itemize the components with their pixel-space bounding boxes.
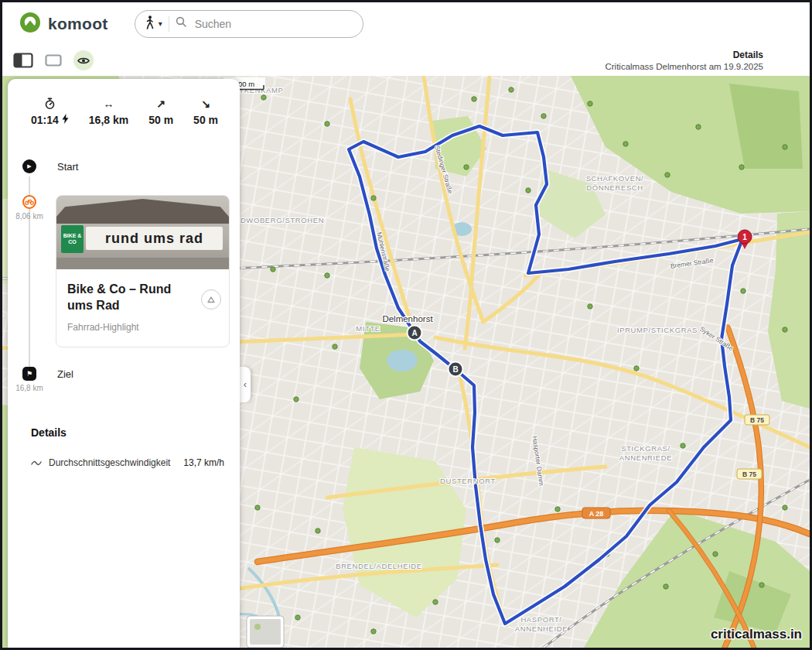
place-label: DÖNNERESCH — [586, 183, 643, 192]
ascent-value: 50 m — [148, 114, 173, 126]
ascent-arrow-icon: ↗ — [156, 98, 165, 110]
app-window: komoot ▾ — [0, 0, 812, 650]
top-bar: komoot ▾ — [2, 2, 810, 45]
stat-distance: ↔ 16,8 km — [89, 98, 128, 126]
place-label: BRENDEL/ADELHEIDE — [336, 562, 422, 570]
stat-descent: ↘ 50 m — [193, 98, 218, 126]
map-area: A 28 B 75 B 75 Bremer Straße Syker Straß… — [2, 76, 810, 648]
finish-flag-icon: ⚑ — [22, 367, 36, 381]
stopwatch-icon — [44, 98, 56, 110]
place-label: DÜSTERNORT — [440, 477, 496, 485]
map-style-control[interactable] — [247, 616, 284, 648]
search-bar[interactable]: ▾ — [135, 10, 363, 38]
place-label: IPRUMP/STICKGRAS — [617, 326, 698, 334]
walking-person-icon — [145, 15, 155, 32]
svg-text:1: 1 — [742, 233, 747, 241]
eye-icon — [73, 50, 94, 70]
start-label: Start — [57, 161, 78, 173]
tour-details-title: Details — [733, 50, 763, 60]
highlight-card[interactable]: BIKE & CO rund ums rad Bike & Co – Rund … — [56, 195, 230, 347]
tour-panel: 01:14 ↔ 16,8 km ↗ 50 m ↘ 50 m — [8, 79, 240, 648]
photo-shop-logo: BIKE & CO — [61, 225, 84, 253]
wave-icon — [31, 456, 42, 470]
place-label: MITTE — [356, 324, 380, 333]
bicycle-icon — [22, 195, 36, 209]
place-label: STICKGRAS/ — [621, 444, 670, 453]
road-ref-a28: A 28 — [589, 510, 604, 518]
tour-name: Criticalmass Delmenhorst am 19.9.2025 — [605, 62, 763, 71]
place-label: DWOBERG/STROHEN — [241, 216, 324, 224]
start-play-icon: ▶ — [22, 159, 36, 173]
search-input[interactable] — [193, 17, 353, 31]
place-label: SCHAFKOVEN/ — [586, 174, 644, 183]
avg-speed-row: Durchschnittsgeschwindigkeit 13,7 km/h — [31, 456, 224, 470]
avg-speed-value: 13,7 km/h — [183, 457, 224, 468]
place-label: ANNENRIEDE — [619, 453, 672, 462]
avg-speed-label: Durchschnittsgeschwindigkeit — [49, 457, 170, 468]
card-icon — [45, 54, 62, 67]
tour-stats: 01:14 ↔ 16,8 km ↗ 50 m ↘ 50 m — [31, 98, 218, 126]
stat-duration: 01:14 — [31, 98, 69, 126]
photo-roof — [56, 199, 229, 224]
card-view-button[interactable] — [43, 53, 63, 68]
komoot-brand[interactable]: komoot — [19, 12, 108, 36]
chevron-down-icon: ▾ — [159, 19, 162, 28]
sidebar-toggle-button[interactable] — [12, 51, 35, 70]
highlight-photo: BIKE & CO rund ums rad — [56, 196, 229, 269]
panel-collapse-button[interactable]: ‹ — [240, 367, 251, 402]
secondary-toolbar: Details Criticalmass Delmenhorst am 19.9… — [2, 45, 810, 76]
place-label: HASPORT/ — [520, 615, 561, 624]
highlight-title: Bike & Co – Rund ums Rad — [67, 282, 183, 314]
place-label: ANNENHEIDE — [515, 624, 568, 633]
tour-header: Details Criticalmass Delmenhorst am 19.9… — [605, 50, 763, 71]
timeline-waypoint[interactable] — [22, 195, 36, 209]
route-marker-start[interactable]: A — [408, 326, 422, 340]
distance-value: 16,8 km — [89, 114, 128, 126]
photo-ground — [56, 258, 229, 269]
brand-wordmark: komoot — [48, 15, 108, 33]
highlight-type: Fahrrad-Highlight — [67, 322, 218, 333]
svg-text:A: A — [411, 329, 417, 337]
ziel-distance: 16,8 km — [11, 384, 48, 392]
descent-value: 50 m — [193, 114, 218, 126]
visibility-button[interactable] — [72, 49, 95, 72]
svg-text:B: B — [452, 365, 458, 374]
search-icon — [176, 16, 187, 31]
waypoint-distance: 8,06 km — [11, 212, 48, 221]
timeline-start[interactable]: ▶ Start — [22, 159, 78, 173]
city-label: Delmenhorst — [382, 314, 433, 323]
stat-ascent: ↗ 50 m — [148, 98, 173, 126]
road-ref-b75: B 75 — [742, 470, 756, 478]
komoot-logo-icon — [19, 12, 41, 36]
distance-arrow-icon: ↔ — [104, 98, 114, 110]
details-heading: Details — [31, 426, 67, 439]
photo-shop-sign: rund ums rad — [86, 227, 223, 250]
timeline-ziel[interactable]: ⚑ Ziel — [22, 367, 73, 381]
sidebar-icon — [13, 53, 33, 68]
watermark: criticalmass.in — [711, 627, 802, 641]
descent-arrow-icon: ↘ — [201, 98, 210, 110]
divider — [169, 16, 169, 32]
ziel-label: Ziel — [57, 368, 73, 380]
road-ref-b75: B 75 — [750, 416, 764, 424]
sport-selector[interactable]: ▾ — [145, 15, 162, 32]
ebike-bolt-icon — [62, 114, 69, 126]
route-marker-end[interactable]: B — [449, 362, 463, 377]
highlight-badge-icon[interactable] — [201, 289, 221, 310]
duration-value: 01:14 — [31, 114, 59, 126]
